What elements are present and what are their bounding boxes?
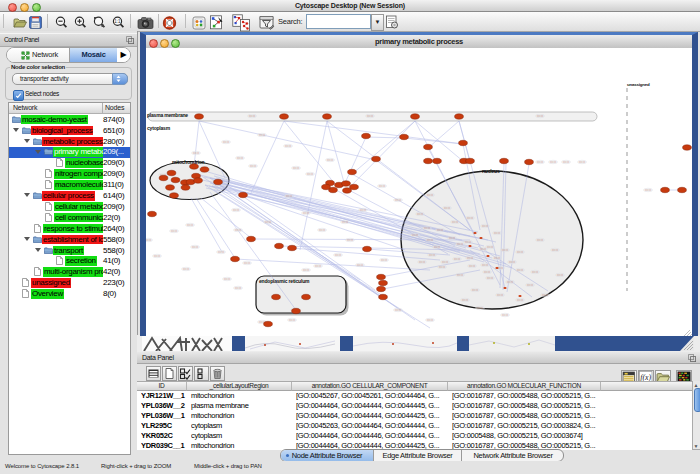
svg-text:xxxxx: xxxxx (437, 229, 444, 232)
svg-text:xxxxx: xxxxx (557, 274, 564, 277)
svg-text:xxxxx: xxxxx (482, 225, 489, 228)
svg-text:xxxxx: xxxxx (171, 230, 178, 233)
svg-text:xxxxx: xxxxx (517, 251, 524, 254)
svg-text:plasma membrane: plasma membrane (147, 112, 188, 118)
svg-text:cytoplasm: cytoplasm (147, 125, 171, 131)
svg-text:xxxxx: xxxxx (357, 264, 364, 267)
svg-text:xxxxx: xxxxx (303, 212, 310, 215)
svg-text:xxxxx: xxxxx (379, 185, 386, 188)
svg-text:xxxxx: xxxxx (434, 246, 441, 249)
svg-text:xxxxx: xxxxx (429, 254, 436, 257)
svg-text:xxxxx: xxxxx (183, 268, 190, 271)
svg-text:xxxxx: xxxxx (233, 209, 240, 212)
svg-text:xxxxx: xxxxx (439, 266, 446, 269)
svg-text:xxxxx: xxxxx (502, 314, 509, 317)
svg-text:xxxxx: xxxxx (465, 241, 472, 244)
svg-text:xxxxx: xxxxx (457, 274, 464, 277)
svg-text:xxxxx: xxxxx (537, 115, 544, 118)
svg-text:xxxxx: xxxxx (477, 307, 484, 310)
svg-text:xxxxx: xxxxx (487, 246, 494, 249)
svg-text:xxxxx: xxxxx (487, 277, 494, 280)
svg-text:xxxxx: xxxxx (457, 243, 464, 246)
svg-text:xxxxx: xxxxx (218, 251, 225, 254)
svg-text:xxxxx: xxxxx (527, 284, 534, 287)
svg-text:xxxxx: xxxxx (286, 195, 293, 198)
svg-text:xxxxx: xxxxx (563, 161, 570, 164)
svg-text:xxxxx: xxxxx (482, 264, 489, 267)
svg-text:xxxxx: xxxxx (494, 257, 501, 260)
svg-text:xxxxx: xxxxx (427, 194, 434, 197)
svg-text:xxxxx: xxxxx (360, 209, 367, 212)
svg-text:xxxxx: xxxxx (235, 229, 242, 232)
svg-text:endoplasmic reticulum: endoplasmic reticulum (259, 278, 310, 284)
svg-text:xxxxx: xxxxx (224, 278, 231, 281)
svg-text:xxxxx: xxxxx (412, 234, 419, 237)
svg-text:xxxxx: xxxxx (480, 248, 487, 251)
svg-text:xxxxx: xxxxx (449, 237, 456, 240)
svg-text:xxxxx: xxxxx (192, 246, 199, 249)
svg-text:xxxxx: xxxxx (347, 239, 354, 242)
svg-text:xxxxx: xxxxx (454, 258, 461, 261)
svg-text:xxxxx: xxxxx (237, 157, 244, 160)
svg-text:xxxxx: xxxxx (467, 217, 474, 220)
svg-text:xxxxx: xxxxx (427, 319, 434, 322)
svg-text:xxxxx: xxxxx (285, 145, 292, 148)
svg-text:xxxxx: xxxxx (335, 254, 342, 257)
svg-text:xxxxx: xxxxx (517, 299, 524, 302)
svg-text:xxxxx: xxxxx (484, 271, 491, 274)
svg-text:xxxxx: xxxxx (579, 161, 586, 164)
svg-text:nucleus: nucleus (482, 168, 500, 174)
svg-text:xxxxx: xxxxx (507, 281, 514, 284)
svg-text:xxxxx: xxxxx (532, 271, 539, 274)
svg-text:xxxxx: xxxxx (146, 239, 152, 242)
svg-text:xxxxx: xxxxx (542, 294, 549, 297)
svg-text:xxxxx: xxxxx (537, 239, 544, 242)
svg-text:xxxxx: xxxxx (381, 259, 388, 262)
svg-text:xxxxx: xxxxx (427, 239, 434, 242)
svg-text:xxxxx: xxxxx (307, 173, 314, 176)
svg-text:xxxxx: xxxxx (444, 207, 451, 210)
svg-text:xxxxx: xxxxx (395, 309, 402, 312)
svg-text:xxxxx: xxxxx (552, 249, 559, 252)
svg-text:unassigned: unassigned (627, 82, 650, 87)
svg-text:xxxxx: xxxxx (259, 134, 266, 137)
svg-text:xxxxx: xxxxx (367, 115, 374, 118)
svg-text:1:1: 1:1 (114, 19, 121, 24)
svg-text:xxxxx: xxxxx (467, 257, 474, 260)
svg-text:xxxxx: xxxxx (193, 152, 200, 155)
svg-text:xxxxx: xxxxx (154, 255, 161, 258)
svg-text:xxxxx: xxxxx (187, 224, 194, 227)
svg-text:xxxxx: xxxxx (417, 213, 424, 216)
svg-text:xxxxx: xxxxx (265, 221, 272, 224)
svg-text:xxxxx: xxxxx (494, 232, 501, 235)
svg-text:xxxxx: xxxxx (537, 161, 544, 164)
svg-text:xxxxx: xxxxx (235, 287, 242, 290)
svg-text:xxxxx: xxxxx (517, 269, 524, 272)
svg-text:xxxxx: xxxxx (509, 261, 516, 264)
svg-text:xxxxx: xxxxx (342, 221, 349, 224)
svg-text:xxxxx: xxxxx (452, 221, 459, 224)
svg-text:xxxxx: xxxxx (223, 141, 230, 144)
svg-text:xxxxx: xxxxx (550, 161, 557, 164)
svg-text:xxxxx: xxxxx (497, 294, 504, 297)
svg-text:xxxxx: xxxxx (645, 189, 652, 192)
svg-text:xxxxx: xxxxx (289, 319, 296, 322)
svg-text:xxxxx: xxxxx (442, 261, 449, 264)
svg-text:xxxxx: xxxxx (249, 115, 256, 118)
svg-text:xxxxx: xxxxx (319, 229, 326, 232)
svg-text:xxxxx: xxxxx (424, 227, 431, 230)
svg-text:xxxxx: xxxxx (250, 165, 257, 168)
svg-text:xxxxx: xxxxx (462, 299, 469, 302)
svg-text:xxxxx: xxxxx (327, 159, 334, 162)
svg-text:xxxxx: xxxxx (472, 289, 479, 292)
svg-text:mitochondrion: mitochondrion (172, 159, 205, 165)
svg-text:xxxxx: xxxxx (502, 249, 509, 252)
svg-text:xxxxx: xxxxx (315, 265, 322, 268)
svg-text:xxxxx: xxxxx (395, 199, 402, 202)
svg-text:xxxxx: xxxxx (293, 167, 300, 170)
svg-text:xxxxx: xxxxx (303, 269, 310, 272)
svg-text:xxxxx: xxxxx (419, 261, 426, 264)
svg-text:xxxxx: xxxxx (244, 262, 251, 265)
svg-text:xxxxx: xxxxx (469, 265, 476, 268)
